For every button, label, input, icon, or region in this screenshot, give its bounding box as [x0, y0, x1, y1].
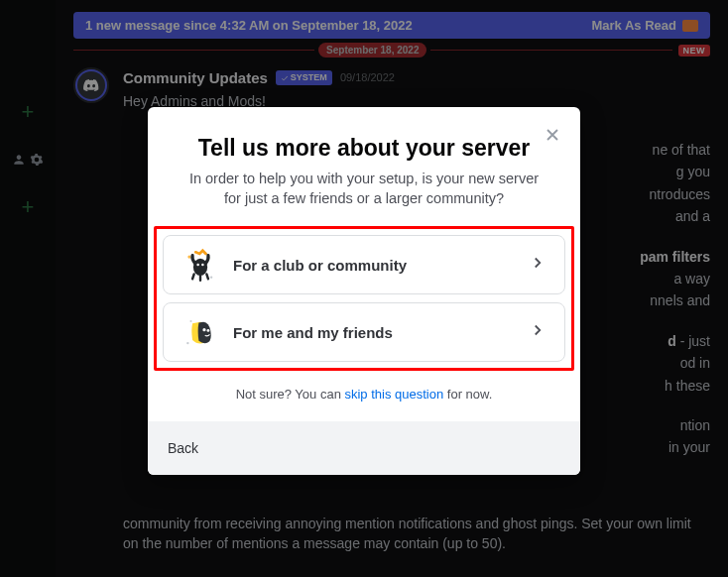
chevron-right-icon — [529, 254, 546, 276]
option-label: For me and my friends — [233, 324, 515, 341]
option-label: For a club or community — [233, 257, 515, 274]
modal-overlay: Tell us more about your server In order … — [0, 0, 728, 577]
svg-point-0 — [187, 256, 190, 259]
svg-point-8 — [206, 329, 209, 332]
modal-title: Tell us more about your server — [172, 135, 556, 162]
svg-point-6 — [189, 320, 191, 322]
modal-subtitle: In order to help you with your setup, is… — [172, 170, 556, 208]
chevron-right-icon — [529, 321, 546, 343]
svg-point-3 — [196, 264, 199, 267]
skip-row: Not sure? You can skip this question for… — [148, 373, 580, 421]
annotation-highlight: For a club or community — [154, 226, 574, 371]
skip-link[interactable]: skip this question — [344, 387, 443, 402]
svg-point-5 — [186, 342, 188, 344]
close-button[interactable] — [543, 125, 562, 149]
svg-point-1 — [210, 277, 212, 279]
friends-icon — [182, 313, 219, 351]
option-club-community[interactable]: For a club or community — [163, 235, 565, 294]
modal-footer: Back — [148, 421, 580, 475]
svg-point-2 — [193, 259, 207, 276]
svg-point-4 — [201, 264, 204, 267]
server-type-modal: Tell us more about your server In order … — [148, 107, 580, 475]
community-icon — [182, 246, 219, 284]
svg-point-7 — [202, 328, 205, 331]
option-friends[interactable]: For me and my friends — [163, 302, 565, 362]
back-button[interactable]: Back — [168, 440, 198, 456]
